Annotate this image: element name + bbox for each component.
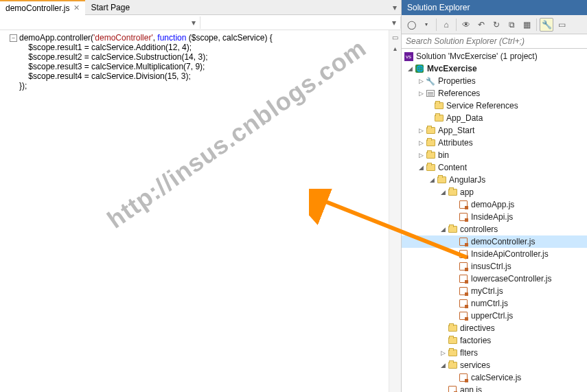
- home-icon[interactable]: ⌂: [439, 18, 453, 32]
- tree-democontroller[interactable]: demoController.js: [402, 235, 587, 248]
- tree-app[interactable]: ◢ app: [402, 186, 587, 198]
- fwd-icon[interactable]: ▾: [419, 18, 433, 32]
- tree-calcservice[interactable]: calcService.js: [402, 371, 587, 384]
- close-icon[interactable]: ✕: [73, 3, 80, 12]
- split-icon[interactable]: ▭: [391, 33, 400, 41]
- tab-label: demoController.js: [5, 3, 69, 13]
- tree-references[interactable]: ▷ References: [402, 87, 587, 100]
- collapse-toggle[interactable]: −: [10, 34, 17, 42]
- preview-icon[interactable]: ▭: [555, 18, 568, 32]
- tree-properties[interactable]: ▷ Properties: [402, 75, 587, 87]
- tree-numctrl[interactable]: numCtrl.js: [402, 297, 587, 310]
- tree-lowercase[interactable]: lowercaseController.js: [402, 273, 587, 285]
- tree-services[interactable]: ◢ services: [402, 359, 587, 371]
- tree-attributes[interactable]: ▷ Attributes: [402, 137, 587, 149]
- tab-label: Start Page: [91, 3, 130, 12]
- pane-title: Solution Explorer: [402, 0, 587, 15]
- tree-controllers[interactable]: ◢ controllers: [402, 223, 587, 235]
- tree-content[interactable]: ◢ Content: [402, 161, 587, 174]
- collapse-all-icon[interactable]: ⧉: [505, 18, 518, 32]
- tab-startpage[interactable]: Start Page: [85, 1, 135, 14]
- tab-dropdown-icon[interactable]: ▾: [389, 3, 401, 12]
- tree-insusctrl[interactable]: insusCtrl.js: [402, 260, 587, 273]
- sync-icon[interactable]: 👁: [459, 18, 473, 32]
- member-dropdown[interactable]: ▾: [200, 16, 401, 29]
- search-input[interactable]: [406, 36, 583, 46]
- tree-filters[interactable]: ▷ flters: [402, 347, 587, 359]
- scope-dropdown[interactable]: ▾: [0, 16, 200, 29]
- tree-bin[interactable]: ▷ bin: [402, 149, 587, 161]
- tree-appdata[interactable]: App_Data: [402, 112, 587, 124]
- tree-factories[interactable]: factories: [402, 334, 587, 347]
- tree-directives[interactable]: directives: [402, 322, 587, 334]
- tab-democontroller[interactable]: demoController.js ✕: [0, 0, 85, 15]
- tree-demoapp[interactable]: demoApp.js: [402, 198, 587, 211]
- tree-insideapicontroller[interactable]: InsideApiController.js: [402, 248, 587, 260]
- project-node[interactable]: ◢ MvcExercise: [402, 62, 587, 75]
- back-icon[interactable]: ◯: [404, 18, 418, 32]
- tree-upperctrl[interactable]: upperCtrl.js: [402, 310, 587, 322]
- tree-appjs[interactable]: ann is: [402, 384, 587, 392]
- tree-appstart[interactable]: ▷ App_Start: [402, 124, 587, 137]
- tree-myctrl[interactable]: myCtrl.js: [402, 285, 587, 297]
- solution-tree[interactable]: vs Solution 'MvcExercise' (1 project) ◢ …: [402, 49, 587, 392]
- tree-servicerefs[interactable]: Service References: [402, 100, 587, 112]
- tree-angularjs[interactable]: ◢ AngularJs: [402, 174, 587, 186]
- solution-node[interactable]: vs Solution 'MvcExercise' (1 project): [402, 50, 587, 62]
- code-editor[interactable]: − demoApp.controller('demoController', f…: [0, 30, 389, 392]
- tree-insideapi[interactable]: InsideApi.js: [402, 211, 587, 223]
- refresh-icon[interactable]: ↶: [474, 18, 488, 32]
- scroll-up-icon[interactable]: ▴: [391, 44, 400, 52]
- properties-icon[interactable]: 🔧: [540, 18, 553, 32]
- showall-icon[interactable]: ▦: [520, 18, 533, 32]
- reload-icon[interactable]: ↻: [490, 18, 503, 32]
